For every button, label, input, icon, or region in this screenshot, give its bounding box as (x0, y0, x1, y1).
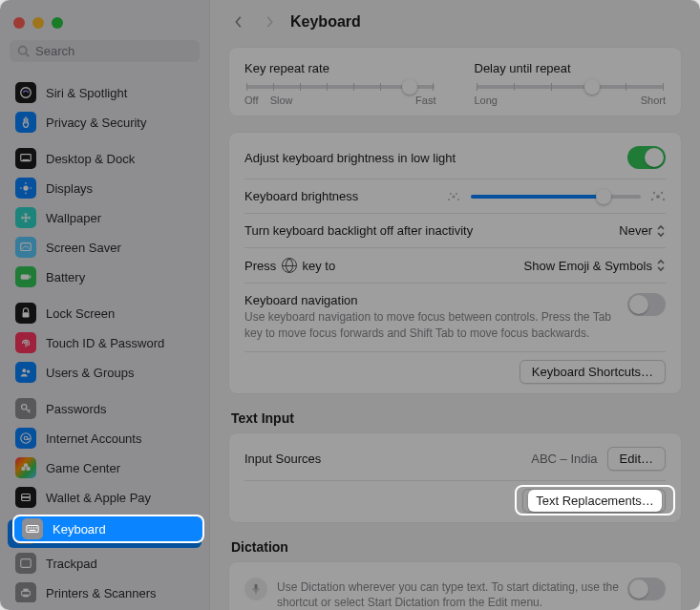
sidebar-item-game-center[interactable]: Game Center (8, 453, 202, 482)
search-placeholder: Search (35, 44, 74, 58)
keyboard-navigation-toggle[interactable] (627, 293, 666, 316)
sidebar-item-privacy-security[interactable]: Privacy & Security (8, 108, 202, 137)
text-input-heading: Text Input (231, 410, 679, 426)
page-title: Keyboard (290, 13, 361, 31)
input-sources-edit-button[interactable]: Edit… (607, 447, 666, 471)
svg-rect-47 (255, 583, 258, 589)
keyboard-navigation-label: Keyboard navigation (244, 293, 616, 307)
svg-point-12 (24, 220, 27, 222)
sidebar-item-internet-accounts[interactable]: Internet Accounts (8, 424, 202, 452)
dictation-card: Use Dictation wherever you can type text… (229, 562, 681, 610)
game-icon (15, 457, 36, 478)
backlight-inactivity-select[interactable]: Never (619, 223, 666, 238)
sidebar-item-battery[interactable]: Battery (8, 263, 202, 291)
fingerprint-icon (15, 332, 36, 353)
header: Keyboard (210, 0, 700, 40)
sidebar-item-touch-id-password[interactable]: Touch ID & Password (8, 328, 202, 357)
svg-point-27 (26, 467, 30, 471)
svg-rect-54 (30, 530, 36, 531)
svg-line-23 (29, 410, 31, 411)
search-input[interactable]: Search (10, 40, 200, 62)
sun-icon (15, 178, 36, 199)
sidebar-item-label: Lock Screen (46, 306, 115, 321)
svg-rect-30 (22, 496, 31, 498)
keyboard-shortcuts-button[interactable]: Keyboard Shortcuts… (520, 360, 666, 384)
keyboard-icon (22, 518, 43, 539)
sidebar-item-label: Game Center (46, 461, 120, 475)
sidebar-item-label: Printers & Scanners (46, 586, 157, 600)
sidebar-item-users-groups[interactable]: Users & Groups (8, 358, 202, 387)
sidebar-item-label: Users & Groups (46, 366, 134, 380)
battery-icon (15, 266, 36, 287)
delay-until-repeat-label: Delay until repeat (475, 61, 667, 75)
dictation-toggle[interactable] (627, 578, 666, 600)
rate-slow-label: Slow (270, 95, 293, 106)
dictation-desc: Use Dictation wherever you can type text… (277, 579, 627, 610)
key-icon (15, 398, 36, 419)
sidebar-item-desktop-dock[interactable]: Desktop & Dock (8, 144, 202, 173)
svg-point-46 (661, 191, 663, 193)
forward-button[interactable] (260, 15, 279, 29)
zoom-window-button[interactable] (52, 17, 63, 29)
input-sources-label: Input Sources (244, 452, 321, 466)
keyboard-options-card: Adjust keyboard brightness in low light … (229, 133, 681, 393)
key-repeat-card: Key repeat rate Off Slow Fast Delay unti… (229, 48, 681, 116)
sidebar-item-printers-scanners[interactable]: Printers & Scanners (8, 578, 202, 602)
globe-key-label: Press key to (244, 258, 335, 273)
svg-point-38 (448, 199, 450, 200)
svg-point-42 (656, 195, 660, 199)
sidebar-item-displays[interactable]: Displays (8, 174, 202, 202)
svg-point-10 (24, 216, 28, 220)
key-repeat-rate-slider[interactable] (246, 85, 435, 89)
svg-point-14 (28, 216, 31, 219)
svg-point-19 (22, 368, 26, 372)
svg-rect-50 (29, 527, 30, 528)
sidebar-item-label: Touch ID & Password (46, 336, 164, 350)
sidebar-item-label: Siri & Spotlight (46, 86, 127, 100)
keyboard-brightness-slider[interactable] (471, 195, 641, 199)
back-button[interactable] (229, 15, 248, 29)
sidebar-item-label: Battery (46, 270, 85, 284)
printer-icon (15, 582, 36, 602)
sidebar-item-label: Passwords (46, 402, 107, 416)
keyboard-navigation-desc: Use keyboard navigation to move focus be… (244, 309, 616, 342)
sidebar-item-keyboard[interactable]: Keyboard (14, 516, 202, 541)
dock-icon (15, 148, 36, 169)
globe-key-action-select[interactable]: Show Emoji & Symbols (524, 259, 666, 273)
content-scroll[interactable]: Key repeat rate Off Slow Fast Delay unti… (210, 40, 700, 610)
close-window-button[interactable] (13, 17, 25, 29)
sidebar-item-wallpaper[interactable]: Wallpaper (8, 203, 202, 232)
chevron-up-down-icon (656, 259, 666, 272)
svg-point-41 (456, 193, 457, 195)
svg-rect-36 (23, 595, 28, 598)
svg-rect-18 (23, 312, 30, 317)
text-replacements-button-cutout[interactable]: Text Replacements… (528, 490, 662, 512)
main-pane: Keyboard Key repeat rate Off Slow (210, 0, 700, 610)
sidebar-item-siri-spotlight[interactable]: Siri & Spotlight (8, 78, 202, 107)
lock-icon (15, 303, 36, 324)
delay-long-label: Long (475, 95, 498, 106)
sidebar-item-screen-saver[interactable]: Screen Saver (8, 233, 202, 262)
svg-point-39 (457, 199, 459, 200)
svg-point-28 (24, 463, 28, 467)
sidebar-item-lock-screen[interactable]: Lock Screen (8, 299, 202, 327)
hand-icon (15, 112, 36, 133)
svg-line-1 (26, 53, 29, 56)
rate-off-label: Off (244, 95, 258, 106)
svg-point-13 (21, 216, 24, 219)
sidebar-item-label: Keyboard (53, 522, 106, 536)
svg-rect-35 (23, 589, 28, 592)
sidebar-item-trackpad[interactable]: Trackpad (8, 549, 202, 578)
sidebar-item-wallet-apple-pay[interactable]: Wallet & Apple Pay (8, 483, 202, 512)
sidebar-item-passwords[interactable]: Passwords (8, 394, 202, 423)
delay-until-repeat-slider[interactable] (477, 85, 665, 89)
sidebar-item-label: Displays (46, 181, 93, 196)
minimize-window-button[interactable] (32, 17, 44, 29)
siri-icon (15, 82, 36, 103)
svg-point-5 (23, 185, 28, 190)
svg-rect-16 (21, 274, 30, 279)
delay-short-label: Short (641, 95, 666, 106)
svg-point-26 (21, 467, 25, 471)
auto-brightness-label: Adjust keyboard brightness in low light (244, 151, 456, 165)
auto-brightness-toggle[interactable] (627, 146, 666, 169)
